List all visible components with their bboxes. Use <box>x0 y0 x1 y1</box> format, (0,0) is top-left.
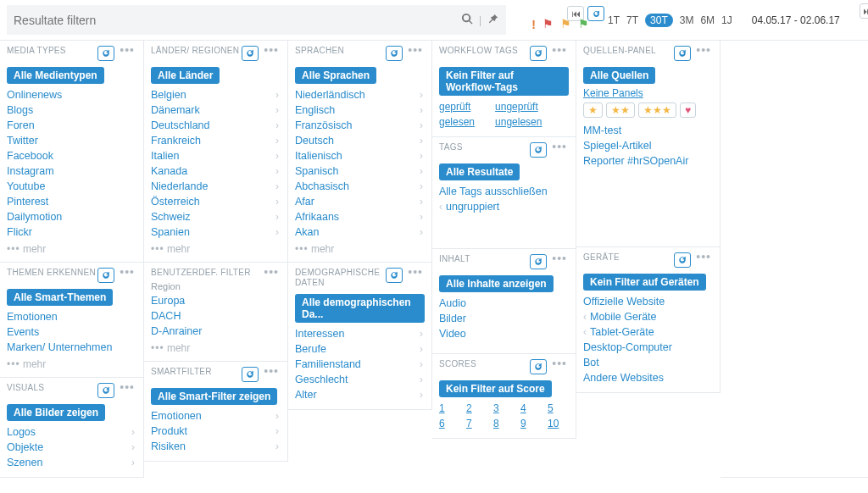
more-icon[interactable]: ••• <box>694 252 713 268</box>
more-icon[interactable]: ••• <box>406 46 425 61</box>
list-item[interactable]: Geschlecht› <box>295 372 425 387</box>
list-item[interactable]: Szenen› <box>7 455 136 470</box>
date-range[interactable]: 04.05.17 - 02.06.17 <box>732 0 860 40</box>
more-link[interactable]: ••• mehr <box>295 243 425 255</box>
score-6[interactable]: 6 <box>439 416 466 431</box>
list-item[interactable]: ungeprüft <box>495 99 542 114</box>
refresh-icon[interactable] <box>386 268 403 283</box>
refresh-icon[interactable] <box>386 46 403 61</box>
list-item[interactable]: Reporter #hrSOpenAir <box>583 153 713 169</box>
list-item[interactable]: ungelesen <box>495 114 542 130</box>
range-30T[interactable]: 30T <box>645 14 673 27</box>
list-item[interactable]: Pinterest <box>7 194 136 209</box>
chip[interactable]: Alle Sprachen <box>295 67 376 84</box>
score-10[interactable]: 10 <box>548 416 575 431</box>
list-item[interactable]: Berufe› <box>295 341 425 357</box>
list-item[interactable]: Logos› <box>7 424 136 440</box>
chip[interactable]: Alle Smart-Themen <box>7 289 113 306</box>
list-item[interactable]: Spanien› <box>151 224 281 240</box>
score-3[interactable]: 3 <box>493 401 520 416</box>
chip[interactable]: Alle Quellen <box>583 67 655 84</box>
list-item[interactable]: Risiken› <box>151 439 281 454</box>
chip[interactable]: Kein Filter auf Score <box>439 380 552 397</box>
chip[interactable]: Alle Resultate <box>439 163 520 180</box>
list-item[interactable]: Spiegel-Artikel <box>583 138 713 153</box>
more-link[interactable]: ••• mehr <box>151 342 281 354</box>
more-icon[interactable]: ••• <box>550 142 569 158</box>
list-item[interactable]: Niederländisch› <box>295 87 425 102</box>
score-7[interactable]: 7 <box>466 416 493 431</box>
more-link[interactable]: ••• mehr <box>7 358 136 370</box>
refresh-icon[interactable] <box>674 252 691 268</box>
chip[interactable]: Alle Bilder zeigen <box>7 404 105 421</box>
list-item[interactable]: Youtube <box>7 179 136 194</box>
list-item[interactable]: Italienisch› <box>295 148 425 163</box>
score-5[interactable]: 5 <box>548 401 575 416</box>
nav-forward-button[interactable]: ⏭ <box>860 3 868 19</box>
more-icon[interactable]: ••• <box>262 46 281 61</box>
list-item[interactable]: Italien› <box>151 148 281 163</box>
heart-icon[interactable]: ♥ <box>680 102 696 118</box>
list-item[interactable]: Offizielle Website <box>583 294 713 309</box>
search-input[interactable] <box>14 14 461 27</box>
more-icon[interactable]: ••• <box>118 383 136 398</box>
list-item[interactable]: ‹Mobile Geräte <box>583 309 713 324</box>
score-1[interactable]: 1 <box>439 401 466 416</box>
list-item[interactable]: Deutsch› <box>295 133 425 148</box>
list-item[interactable]: ‹Tablet-Geräte <box>583 324 713 340</box>
refresh-icon[interactable] <box>97 383 114 398</box>
list-item[interactable]: Objekte› <box>7 440 136 455</box>
list-item[interactable]: Schweiz› <box>151 209 281 224</box>
refresh-icon[interactable] <box>530 359 547 374</box>
more-icon[interactable]: ••• <box>118 46 136 61</box>
refresh-icon[interactable] <box>97 46 114 61</box>
chip[interactable]: Alle Länder <box>151 67 220 84</box>
star-3[interactable]: ★★★ <box>638 102 676 118</box>
list-item[interactable]: Twitter <box>7 133 136 148</box>
chip[interactable]: Alle Medientypen <box>7 67 104 84</box>
list-item[interactable]: Audio <box>439 296 569 311</box>
search-box[interactable]: | <box>7 5 506 35</box>
score-2[interactable]: 2 <box>466 401 493 416</box>
list-item[interactable]: Spanisch› <box>295 163 425 179</box>
list-item[interactable]: Bilder <box>439 311 569 326</box>
chip[interactable]: Alle Smart-Filter zeigen <box>151 388 277 405</box>
score-4[interactable]: 4 <box>520 401 548 416</box>
list-item[interactable]: Interessen› <box>295 326 425 341</box>
chip[interactable]: Alle demographischen Da... <box>295 294 425 323</box>
refresh-icon[interactable] <box>530 254 547 269</box>
list-item[interactable]: Flickr <box>7 224 136 240</box>
list-item[interactable]: Österreich› <box>151 194 281 209</box>
list-item[interactable]: Dailymotion <box>7 209 136 224</box>
list-item[interactable]: Afar› <box>295 194 425 209</box>
list-item[interactable]: Emotionen <box>7 309 136 324</box>
more-icon[interactable]: ••• <box>550 359 569 374</box>
list-item[interactable]: Abchasisch› <box>295 179 425 194</box>
list-item[interactable]: DACH <box>151 308 281 324</box>
list-item[interactable]: Marken/ Unternehmen <box>7 340 136 355</box>
more-icon[interactable]: ••• <box>406 268 425 283</box>
list-item[interactable]: Instagram <box>7 163 136 179</box>
list-item[interactable]: Frankreich› <box>151 133 281 148</box>
more-icon[interactable]: ••• <box>550 46 569 61</box>
list-item[interactable]: Video <box>439 326 569 341</box>
list-item[interactable]: Alle Tags ausschließen <box>439 184 569 199</box>
list-item[interactable]: Belgien› <box>151 87 281 102</box>
more-icon[interactable]: ••• <box>118 268 136 283</box>
search-icon[interactable] <box>461 13 474 28</box>
list-item[interactable]: Alter› <box>295 387 425 402</box>
alert-icon[interactable]: ! <box>531 18 536 31</box>
list-item[interactable]: Akan› <box>295 224 425 240</box>
refresh-icon[interactable] <box>242 46 259 61</box>
range-1J[interactable]: 1J <box>721 14 732 26</box>
refresh-icon[interactable] <box>97 268 114 283</box>
more-icon[interactable]: ••• <box>550 254 569 269</box>
list-item[interactable]: Facebook <box>7 148 136 163</box>
flag-green-icon[interactable]: ⚑ <box>578 17 589 30</box>
list-item[interactable]: Deutschland› <box>151 118 281 133</box>
list-item[interactable]: geprüft <box>439 99 475 114</box>
more-icon[interactable]: ••• <box>694 46 713 61</box>
list-item[interactable]: Desktop-Computer <box>583 340 713 355</box>
nav-refresh-button[interactable] <box>587 6 604 21</box>
chip[interactable]: Kein Filter auf Workflow-Tags <box>439 67 569 96</box>
